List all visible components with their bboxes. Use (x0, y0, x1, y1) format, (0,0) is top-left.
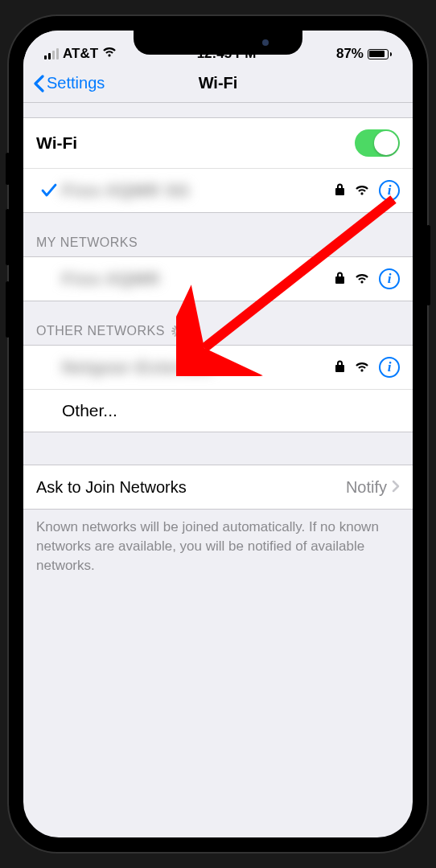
carrier-label: AT&T (63, 46, 98, 62)
lock-icon (335, 358, 345, 377)
my-network-row[interactable]: Fios-XQMR i (23, 256, 413, 301)
ask-to-join-row[interactable]: Ask to Join Networks Notify (23, 465, 413, 510)
wifi-toggle-row: Wi-Fi (23, 117, 413, 168)
chevron-left-icon (33, 75, 44, 92)
wifi-toggle[interactable] (355, 129, 400, 157)
lock-icon (335, 182, 345, 200)
ask-to-join-footer: Known networks will be joined automatica… (23, 510, 413, 591)
battery-percentage: 87% (336, 46, 364, 62)
other-label: Other... (62, 401, 400, 420)
wifi-status-icon (102, 46, 117, 62)
wifi-icon (355, 270, 369, 289)
connected-network-name: Fios-XQMR 5G (62, 181, 335, 200)
ask-to-join-value: Notify (346, 478, 387, 497)
wifi-icon (355, 182, 369, 200)
wifi-icon (355, 358, 369, 377)
connected-network-row[interactable]: Fios-XQMR 5G i (23, 168, 413, 213)
other-network-row[interactable]: Netgear-Extender i (23, 345, 413, 389)
other-networks-header: OTHER NETWORKS (23, 301, 413, 345)
network-name: Netgear-Extender (62, 358, 335, 377)
back-button[interactable]: Settings (33, 74, 105, 92)
navigation-bar: Settings Wi-Fi (23, 66, 413, 103)
page-title: Wi-Fi (199, 74, 238, 92)
my-networks-header: MY NETWORKS (23, 213, 413, 256)
wifi-label: Wi-Fi (36, 133, 355, 153)
checkmark-icon (36, 183, 62, 198)
other-network-manual-row[interactable]: Other... (23, 389, 413, 432)
cellular-signal-icon (44, 48, 59, 59)
loading-spinner-icon (171, 325, 184, 338)
info-button[interactable]: i (379, 268, 400, 289)
info-button[interactable]: i (379, 357, 400, 378)
back-label: Settings (47, 74, 105, 92)
lock-icon (335, 270, 345, 289)
ask-to-join-label: Ask to Join Networks (36, 478, 346, 497)
network-name: Fios-XQMR (62, 269, 335, 289)
chevron-right-icon (392, 477, 400, 497)
info-button[interactable]: i (379, 180, 400, 201)
battery-icon (368, 49, 392, 59)
